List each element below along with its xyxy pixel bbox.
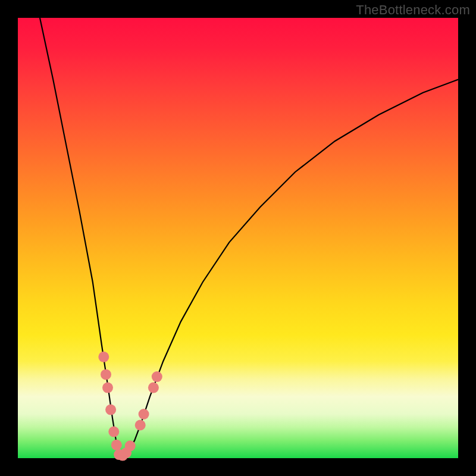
marker-dot (111, 440, 122, 450)
marker-dot (125, 440, 136, 451)
watermark-text: TheBottleneck.com (356, 2, 470, 18)
marker-dot (105, 405, 116, 415)
marker-dot (101, 369, 111, 380)
chart-svg (18, 18, 458, 458)
marker-dot (108, 427, 119, 437)
bottleneck-curve (40, 18, 458, 456)
outer-frame: TheBottleneck.com (0, 0, 476, 476)
plot-area (18, 18, 458, 458)
marker-dot (98, 352, 109, 362)
marker-dot (139, 409, 149, 419)
marker-dot (102, 383, 113, 393)
marker-dot (148, 383, 159, 393)
marker-dot (152, 371, 162, 382)
marker-dot (135, 420, 146, 431)
highlight-markers (98, 352, 162, 461)
